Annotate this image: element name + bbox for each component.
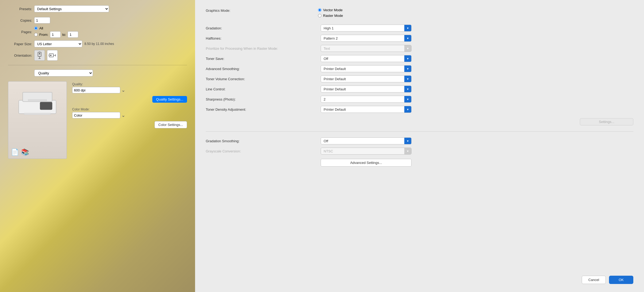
grayscale-arrow: ▼ bbox=[404, 148, 411, 154]
gradation-label: Gradation: bbox=[206, 23, 318, 33]
sharpness-label: Sharpness (Photo): bbox=[206, 94, 318, 104]
sharpness-dropdown[interactable]: 2 ▼ bbox=[321, 96, 412, 103]
grayscale-value: NTSC bbox=[321, 149, 404, 153]
paper-size-select[interactable]: US Letter bbox=[34, 40, 82, 47]
svg-rect-17 bbox=[24, 113, 51, 115]
paper-size-row: Paper Size: US Letter 8.50 by 11.00 inch… bbox=[8, 40, 187, 47]
printer-image bbox=[13, 87, 61, 119]
pages-from-input[interactable] bbox=[50, 31, 61, 38]
left-divider bbox=[8, 65, 187, 65]
raster-mode-radio[interactable] bbox=[318, 14, 321, 17]
left-panel: Presets: Default Settings Copies: Pages:… bbox=[0, 0, 195, 292]
line-control-row: Line Control: Printer Default ▼ bbox=[206, 84, 633, 94]
landscape-icon bbox=[49, 52, 56, 59]
quality-setting-row: Quality: ⌄ bbox=[72, 82, 187, 93]
gradation-arrow: ▼ bbox=[404, 25, 411, 31]
toner-volume-dropdown[interactable]: Printer Default ▼ bbox=[321, 75, 412, 82]
color-mode-input[interactable] bbox=[72, 112, 120, 118]
quality-label: Quality: bbox=[72, 82, 187, 86]
presets-row: Presets: Default Settings bbox=[8, 5, 187, 12]
svg-rect-16 bbox=[28, 99, 47, 101]
advanced-settings-btn-row: Advanced Settings... bbox=[206, 156, 633, 168]
toner-save-row: Toner Save: Off ▼ bbox=[206, 53, 633, 64]
vector-mode-label: Vector Mode bbox=[323, 8, 343, 12]
copies-row: Copies: bbox=[8, 17, 187, 24]
toner-density-label: Toner Density Adjustment: bbox=[206, 104, 318, 114]
grayscale-row: Grayscale Conversion: NTSC ▼ bbox=[206, 146, 633, 156]
graphics-mode-label: Graphics Mode: bbox=[206, 8, 318, 13]
advanced-smoothing-row: Advanced Smoothing: Printer Default ▼ bbox=[206, 64, 633, 74]
advanced-smoothing-value: Printer Default bbox=[321, 67, 404, 71]
quality-panel-row: Quality bbox=[8, 70, 187, 76]
separator-line bbox=[206, 131, 633, 132]
halftones-value: Pattern 2 bbox=[321, 36, 404, 40]
svg-point-3 bbox=[39, 53, 40, 55]
orientation-landscape-btn[interactable] bbox=[47, 50, 58, 61]
pages-range-radio[interactable] bbox=[34, 33, 38, 36]
color-mode-setting-row: Color Mode: ⌄ bbox=[72, 107, 187, 118]
pages-all-label: All bbox=[39, 26, 43, 30]
copies-input[interactable] bbox=[34, 17, 50, 24]
orientation-row: Orientation: bbox=[8, 50, 187, 61]
line-control-dropdown[interactable]: Printer Default ▼ bbox=[321, 86, 412, 93]
printer-svg bbox=[13, 87, 61, 124]
quality-dropdown-arrow: ⌄ bbox=[121, 87, 125, 93]
pages-row: Pages: All From: to: bbox=[8, 26, 187, 38]
gradation-smoothing-value: Off bbox=[321, 139, 404, 143]
graphics-mode-row: Graphics Mode: Vector Mode Raster Mode bbox=[206, 8, 633, 18]
orientation-portrait-btn[interactable] bbox=[34, 50, 45, 61]
orientation-label: Orientation: bbox=[8, 53, 32, 57]
halftones-arrow: ▼ bbox=[404, 35, 411, 41]
color-settings-button[interactable]: Color Settings... bbox=[154, 121, 187, 128]
toner-volume-label: Toner Volume Correction: bbox=[206, 74, 318, 84]
cancel-button[interactable]: Cancel bbox=[582, 276, 606, 284]
toner-save-label: Toner Save: bbox=[206, 53, 318, 64]
halftones-dropdown[interactable]: Pattern 2 ▼ bbox=[321, 35, 412, 42]
presets-label: Presets: bbox=[8, 7, 32, 11]
svg-rect-15 bbox=[40, 102, 52, 110]
prioritize-value: Text bbox=[321, 47, 404, 51]
pages-to-input[interactable] bbox=[68, 31, 78, 38]
pages-all-row: All bbox=[34, 26, 78, 30]
presets-select[interactable]: Default Settings bbox=[34, 5, 109, 12]
quality-settings-panel: Quality: ⌄ Quality Settings... Color Mod… bbox=[72, 81, 187, 159]
gradation-smoothing-arrow: ▼ bbox=[404, 138, 411, 144]
halftones-row: Halftones: Pattern 2 ▼ bbox=[206, 33, 633, 43]
pages-all-radio[interactable] bbox=[34, 26, 38, 30]
prioritize-arrow: ▼ bbox=[404, 45, 411, 52]
gradation-value: High 1 bbox=[321, 26, 404, 30]
color-mode-label: Color Mode: bbox=[72, 107, 187, 111]
gradation-row: Gradation: High 1 ▼ bbox=[206, 23, 633, 33]
toner-save-arrow: ▼ bbox=[404, 55, 411, 62]
vector-mode-radio[interactable] bbox=[318, 8, 321, 12]
prioritize-row: Prioritize for Processing When in Raster… bbox=[206, 43, 633, 53]
quality-settings-button[interactable]: Quality Settings... bbox=[152, 96, 187, 103]
paper-size-label: Paper Size: bbox=[8, 42, 32, 46]
gradation-smoothing-dropdown[interactable]: Off ▼ bbox=[321, 137, 412, 144]
printer-preview: 📄 📚 bbox=[8, 81, 67, 159]
gradation-smoothing-row: Gradation Smoothing: Off ▼ bbox=[206, 136, 633, 146]
line-control-label: Line Control: bbox=[206, 84, 318, 94]
advanced-smoothing-arrow: ▼ bbox=[404, 66, 411, 72]
toner-density-dropdown[interactable]: Printer Default ▼ bbox=[321, 106, 412, 113]
toner-density-arrow: ▼ bbox=[404, 106, 411, 113]
raster-mode-label: Raster Mode bbox=[323, 14, 343, 18]
prioritize-label: Prioritize for Processing When in Raster… bbox=[206, 43, 318, 53]
settings-table: Gradation: High 1 ▼ Halftones: Pattern 2… bbox=[206, 23, 633, 127]
settings-btn-row: Settings... bbox=[206, 114, 633, 127]
advanced-settings-button[interactable]: Advanced Settings... bbox=[321, 159, 412, 167]
portrait-icon bbox=[36, 52, 43, 59]
advanced-smoothing-label: Advanced Smoothing: bbox=[206, 64, 318, 74]
ok-button[interactable]: OK bbox=[609, 276, 633, 284]
toner-save-dropdown[interactable]: Off ▼ bbox=[321, 55, 412, 62]
toner-volume-arrow: ▼ bbox=[404, 76, 411, 82]
vector-mode-row: Vector Mode bbox=[318, 8, 343, 12]
advanced-smoothing-dropdown[interactable]: Printer Default ▼ bbox=[321, 65, 412, 72]
gradation-dropdown[interactable]: High 1 ▼ bbox=[321, 25, 412, 32]
quality-input[interactable] bbox=[72, 87, 120, 93]
quality-panel-select[interactable]: Quality bbox=[34, 70, 93, 76]
paper-size-dims: 8.50 by 11.00 inches bbox=[84, 42, 114, 46]
grayscale-label: Grayscale Conversion: bbox=[206, 146, 318, 156]
toner-save-value: Off bbox=[321, 57, 404, 61]
graphics-mode-options: Vector Mode Raster Mode bbox=[318, 8, 343, 18]
